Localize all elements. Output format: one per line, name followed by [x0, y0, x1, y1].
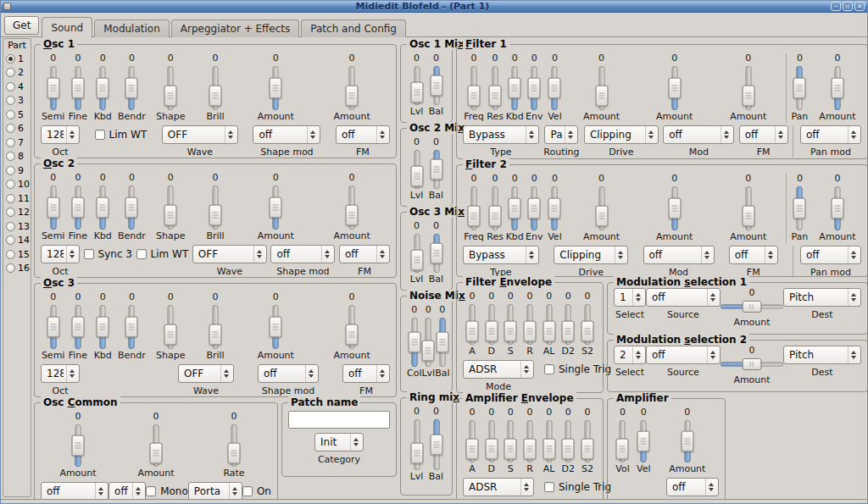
osc_common-pitch-mod-combobox[interactable]: off: [41, 482, 108, 499]
filter1-env-slider[interactable]: 0Env: [525, 53, 543, 123]
chevron-updown-icon[interactable]: [848, 126, 859, 143]
chevron-updown-icon[interactable]: [229, 483, 240, 499]
chevron-updown-icon[interactable]: [350, 434, 361, 451]
part-option-2[interactable]: 2: [5, 66, 29, 80]
part-option-3[interactable]: 3: [5, 94, 29, 108]
osc1-bendr-slider[interactable]: 0Bendr: [115, 53, 148, 123]
modsel1-amount-hslider[interactable]: 0Amount: [721, 288, 783, 328]
filter1-mod-combobox[interactable]: off: [663, 125, 734, 144]
osc1-brill-slider[interactable]: 0Brill: [193, 53, 238, 123]
chevron-updown-icon[interactable]: [775, 126, 786, 143]
mix1-bal-slider[interactable]: 0Bal: [426, 53, 446, 118]
slider-handle[interactable]: [562, 438, 575, 459]
modsel1-select-combobox[interactable]: 1: [614, 288, 646, 307]
slider-handle[interactable]: [489, 205, 502, 226]
slider-handle[interactable]: [743, 301, 762, 313]
osc2-brill-slider[interactable]: 0Brill: [193, 173, 238, 242]
chevron-updown-icon[interactable]: [66, 365, 77, 382]
filter2-fm-combobox[interactable]: off: [729, 246, 778, 264]
osc2-amount-slider[interactable]: 0Amount: [314, 173, 390, 242]
amp-vol-slider[interactable]: 0Vol: [614, 407, 632, 475]
chevron-updown-icon[interactable]: [615, 246, 626, 263]
slider-handle[interactable]: [150, 442, 163, 463]
slider-handle[interactable]: [72, 435, 85, 457]
chevron-updown-icon[interactable]: [848, 346, 859, 363]
slider-handle[interactable]: [742, 85, 754, 106]
slider-handle[interactable]: [125, 317, 138, 338]
amp_env-d-slider[interactable]: 0D: [482, 407, 501, 475]
filter1-pan-mod-combobox[interactable]: off: [800, 125, 861, 144]
get-button[interactable]: Get: [4, 16, 39, 35]
titlebar[interactable]: Midiedit Blofeld - (Part 1): [1, 1, 867, 13]
filter1-type-combobox[interactable]: Bypass: [463, 125, 539, 144]
slider-handle[interactable]: [209, 204, 222, 225]
slider-handle[interactable]: [430, 434, 442, 455]
chevron-updown-icon[interactable]: [848, 246, 859, 263]
osc_common-mono-checkbox[interactable]: Mono: [146, 482, 188, 499]
osc2-amount-slider[interactable]: 0Amount: [237, 173, 314, 242]
chevron-updown-icon[interactable]: [307, 126, 318, 143]
amp_env-mode-combobox[interactable]: ADSR: [463, 478, 534, 496]
modsel2-dest-combobox[interactable]: Pitch: [783, 346, 861, 364]
part-option-14[interactable]: 14: [5, 234, 29, 248]
filter_env-r-slider[interactable]: 0R: [520, 291, 539, 357]
slider-handle[interactable]: [509, 198, 521, 219]
slider-handle[interactable]: [97, 197, 109, 219]
osc1-lim-wt-checkbox[interactable]: Lim WT: [95, 125, 147, 144]
filter2-vel-slider[interactable]: 0Vel: [544, 174, 565, 243]
osc1-fm-combobox[interactable]: off: [336, 125, 390, 144]
slider-handle[interactable]: [97, 317, 109, 338]
modsel2-amount-hslider[interactable]: 0Amount: [721, 346, 783, 385]
osc2-shape-slider[interactable]: 0Shape: [148, 173, 193, 242]
filter2-mod-combobox[interactable]: off: [643, 246, 715, 264]
osc2-sync-3-checkbox[interactable]: Sync 3: [84, 245, 132, 263]
slider-handle[interactable]: [528, 198, 541, 219]
slider-handle[interactable]: [489, 85, 502, 106]
slider-handle[interactable]: [164, 204, 177, 225]
slider-handle[interactable]: [408, 331, 420, 352]
osc1-fine-slider[interactable]: 0Fine: [65, 53, 90, 123]
slider-handle[interactable]: [793, 198, 806, 219]
chevron-updown-icon[interactable]: [765, 246, 776, 263]
osc2-bendr-slider[interactable]: 0Bendr: [115, 173, 148, 242]
chevron-updown-icon[interactable]: [632, 289, 643, 306]
slider-handle[interactable]: [209, 85, 222, 106]
slider-handle[interactable]: [410, 81, 423, 102]
tab-patch-and-config[interactable]: Patch and Config: [301, 19, 406, 37]
amp-vel-slider[interactable]: 0Vel: [632, 407, 656, 475]
mix2-lvl-slider[interactable]: 0Lvl: [407, 137, 426, 202]
osc2-kbd-slider[interactable]: 0Kbd: [91, 173, 115, 242]
slider-handle[interactable]: [581, 438, 593, 459]
chevron-updown-icon[interactable]: [520, 479, 531, 496]
osc2-lim-wt-checkbox[interactable]: Lim WT: [136, 245, 189, 263]
osc3-fine-slider[interactable]: 0Fine: [65, 292, 90, 362]
part-option-13[interactable]: 13: [5, 219, 29, 234]
amp-mod-combobox[interactable]: off: [666, 478, 719, 496]
filter_env-single-trig-checkbox[interactable]: Single Trig: [544, 360, 611, 379]
osc3-amount-slider[interactable]: 0Amount: [237, 292, 314, 362]
modsel2-source-combobox[interactable]: off: [646, 346, 721, 364]
osc2-shape-mod-combobox[interactable]: off: [270, 245, 335, 263]
slider-handle[interactable]: [466, 321, 479, 342]
filter_env-a-slider[interactable]: 0A: [463, 291, 481, 357]
mix3-bal-slider[interactable]: 0Bal: [426, 221, 446, 285]
osc3-shape-slider[interactable]: 0Shape: [148, 292, 193, 362]
osc_common-rate-slider[interactable]: 0Rate: [197, 412, 271, 479]
slider-handle[interactable]: [164, 85, 177, 106]
noise-col-slider[interactable]: 0Col: [407, 305, 421, 379]
slider-handle[interactable]: [346, 324, 359, 345]
mix3-lvl-slider[interactable]: 0Lvl: [407, 221, 426, 285]
mix2-bal-slider[interactable]: 0Bal: [426, 137, 446, 202]
filter1-fm-combobox[interactable]: off: [739, 125, 788, 144]
osc2-fine-slider[interactable]: 0Fine: [65, 173, 90, 242]
part-option-6[interactable]: 6: [5, 122, 29, 136]
slider-handle[interactable]: [270, 317, 282, 338]
chevron-updown-icon[interactable]: [526, 126, 537, 143]
slider-handle[interactable]: [346, 85, 359, 106]
osc3-wave-combobox[interactable]: OFF: [178, 364, 234, 383]
part-option-12[interactable]: 12: [5, 206, 29, 220]
amp_env-d2-slider[interactable]: 0D2: [559, 407, 577, 475]
part-option-5[interactable]: 5: [5, 108, 29, 122]
chevron-updown-icon[interactable]: [565, 126, 576, 143]
slider-handle[interactable]: [71, 317, 84, 338]
